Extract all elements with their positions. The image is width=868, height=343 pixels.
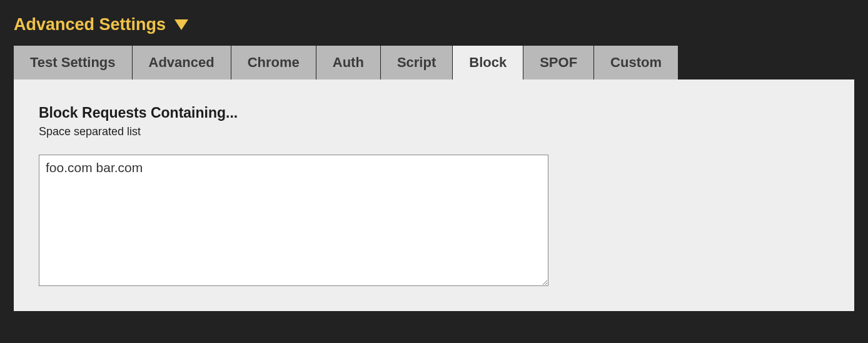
tab-custom[interactable]: Custom: [594, 46, 679, 81]
settings-tabs: Test Settings Advanced Chrome Auth Scrip…: [14, 46, 854, 81]
tab-spof[interactable]: SPOF: [523, 46, 594, 81]
block-panel-heading: Block Requests Containing...: [39, 105, 829, 121]
block-panel-subheading: Space separated list: [39, 125, 829, 138]
tab-script[interactable]: Script: [381, 46, 453, 81]
tab-advanced[interactable]: Advanced: [133, 46, 231, 81]
tab-block[interactable]: Block: [453, 46, 523, 81]
svg-marker-0: [174, 19, 188, 30]
block-requests-input[interactable]: [39, 155, 548, 286]
page-title: Advanced Settings: [14, 15, 166, 34]
tab-auth[interactable]: Auth: [316, 46, 381, 81]
block-panel: Block Requests Containing... Space separ…: [14, 79, 854, 311]
tab-chrome[interactable]: Chrome: [231, 46, 316, 81]
collapse-toggle-icon[interactable]: [174, 19, 188, 31]
advanced-settings-header: Advanced Settings: [0, 0, 868, 46]
tab-test-settings[interactable]: Test Settings: [14, 46, 133, 81]
